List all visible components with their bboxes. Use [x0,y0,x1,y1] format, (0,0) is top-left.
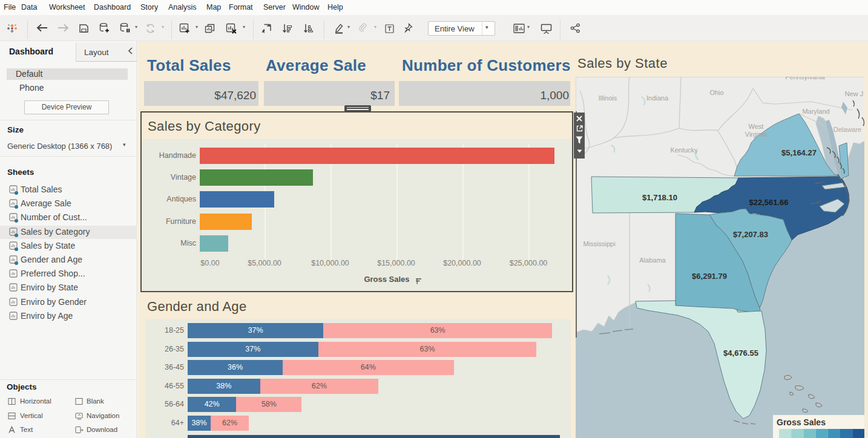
svg-text:Delaware: Delaware [833,126,861,133]
svg-text:West: West [749,123,764,130]
svg-text:$6,291.79: $6,291.79 [692,272,727,281]
svg-text:Kentucky: Kentucky [670,146,698,154]
svg-text:New J: New J [845,90,864,97]
svg-text:Maryland: Maryland [802,108,829,115]
svg-text:Alabama: Alabama [639,257,666,264]
svg-text:Virginia: Virginia [745,131,768,138]
svg-text:Ohio: Ohio [709,89,723,96]
svg-text:$22,561.66: $22,561.66 [749,198,788,207]
svg-text:Gross Sales: Gross Sales [777,417,826,427]
svg-text:$5,164.27: $5,164.27 [781,148,817,157]
svg-text:Indiana: Indiana [646,94,669,102]
svg-text:Mississippi: Mississippi [583,240,615,247]
svg-text:$7,207.83: $7,207.83 [733,230,768,239]
svg-text:$4,676.55: $4,676.55 [723,348,758,358]
svg-text:$1,718.10: $1,718.10 [642,193,677,202]
svg-text:Illinois: Illinois [599,94,617,102]
svg-text:Pennsylvania: Pennsylvania [785,77,825,80]
